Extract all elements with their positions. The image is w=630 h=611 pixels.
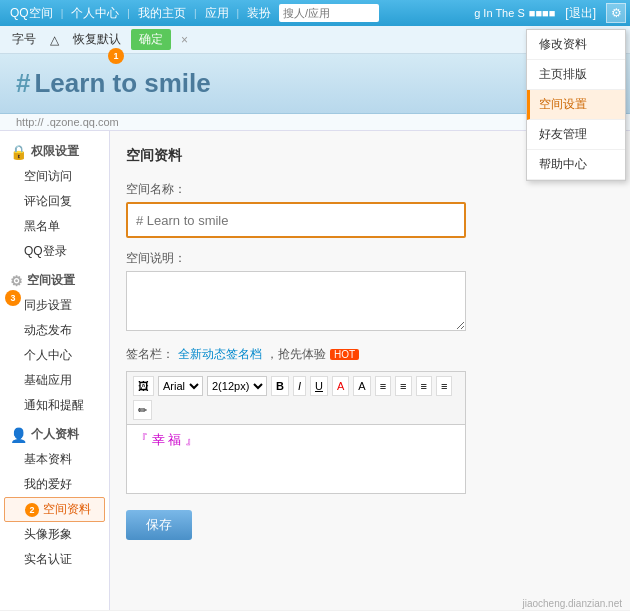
editor-body[interactable]: 『 幸 福 』	[126, 424, 466, 494]
space-name-label: 空间名称：	[126, 181, 614, 198]
dropdown-item-layout[interactable]: 主页排版	[527, 60, 625, 90]
space-name-input[interactable]	[126, 202, 466, 238]
tag-text: ，抢先体验	[266, 346, 326, 363]
gear-button[interactable]: ⚙	[606, 3, 626, 23]
nav-my-home[interactable]: 我的主页	[132, 3, 192, 24]
nav-qq-space[interactable]: QQ空间	[4, 3, 59, 24]
dropdown-item-friends[interactable]: 好友管理	[527, 120, 625, 150]
sidebar-item-dynamic-publish[interactable]: 动态发布	[0, 318, 109, 343]
triangle-btn[interactable]: △	[46, 31, 63, 49]
badge-3: 3	[5, 290, 21, 306]
badge-3-area: 3	[5, 290, 21, 306]
sidebar-section-profile: 👤 个人资料 基本资料 我的爱好 2空间资料 头像形象 实名认证	[0, 422, 109, 572]
lock-icon: 🔒	[10, 144, 27, 160]
font-size-btn[interactable]: 字号	[8, 29, 40, 50]
space-desc-label: 空间说明：	[126, 250, 614, 267]
editor-align-center-btn[interactable]: ≡	[395, 376, 411, 396]
space-desc-section: 空间说明：	[126, 250, 614, 334]
tag-row: 签名栏： 全新动态签名档 ，抢先体验 HOT	[126, 346, 614, 363]
editor-content: 『 幸 福 』	[135, 432, 198, 447]
editor-align-right-btn[interactable]: ≡	[416, 376, 432, 396]
hash-symbol: #	[16, 68, 30, 98]
sidebar-section-permissions: 🔒 权限设置 空间访问 评论回复 黑名单 QQ登录	[0, 139, 109, 264]
person-icon: 👤	[10, 427, 27, 443]
top-nav: QQ空间 | 个人中心 | 我的主页 | 应用 | 装扮 g In The S …	[0, 0, 630, 26]
dropdown-menu: 修改资料 主页排版 空间设置 好友管理 帮助中心	[526, 29, 626, 181]
main-layout: 🔒 权限设置 空间访问 评论回复 黑名单 QQ登录 ⚙ 空间设置 同步设置 动态…	[0, 131, 630, 610]
sidebar-item-blacklist[interactable]: 黑名单	[0, 214, 109, 239]
sidebar-section-title-profile: 👤 个人资料	[0, 422, 109, 447]
nav-apps[interactable]: 应用	[199, 3, 235, 24]
watermark: jiaocheng.dianzian.net	[522, 598, 622, 609]
sidebar-item-comment-reply[interactable]: 评论回复	[0, 189, 109, 214]
settings-icon: ⚙	[10, 273, 23, 289]
editor-bold-btn[interactable]: B	[271, 376, 289, 396]
editor-underline-btn[interactable]: U	[310, 376, 328, 396]
badge-1-area: 1	[108, 48, 124, 64]
dropdown-item-space-settings[interactable]: 空间设置	[527, 90, 625, 120]
confirm-button[interactable]: 确定	[131, 29, 171, 50]
nav-dress[interactable]: 装扮	[241, 3, 277, 24]
page-title: #Learn to smile	[16, 68, 211, 99]
dropdown-item-modify[interactable]: 修改资料	[527, 30, 625, 60]
editor-italic-btn[interactable]: I	[293, 376, 306, 396]
badge-1: 1	[108, 48, 124, 64]
restore-btn[interactable]: 恢复默认	[69, 29, 125, 50]
sidebar-item-basic-apps[interactable]: 基础应用	[0, 368, 109, 393]
sidebar-item-space-access[interactable]: 空间访问	[0, 164, 109, 189]
nav-right: g In The S ■■■■ [退出] ⚙ 修改资料 主页排版 空间设置 好友…	[474, 3, 626, 24]
space-name-section: 空间名称：	[126, 181, 614, 238]
sidebar-item-space-profile[interactable]: 2空间资料	[4, 497, 105, 522]
sidebar-item-hobbies[interactable]: 我的爱好	[0, 472, 109, 497]
close-button[interactable]: ×	[181, 33, 188, 47]
editor-bg-color-btn[interactable]: A	[353, 376, 370, 396]
content-area: 空间资料 空间名称： 空间说明： 签名栏： 全新动态签名档 ，抢先体验 HOT …	[110, 131, 630, 610]
sidebar-section-title-permissions: 🔒 权限设置	[0, 139, 109, 164]
nav-personal-center[interactable]: 个人中心	[65, 3, 125, 24]
editor-image-btn[interactable]: 🖼	[133, 376, 154, 396]
user-name-label: ■■■■	[529, 7, 556, 19]
editor-toolbar: 🖼 Arial 2(12px) B I U A A ≡ ≡ ≡ ≡ ✏	[126, 371, 466, 424]
search-input[interactable]	[279, 4, 379, 22]
save-button[interactable]: 保存	[126, 510, 192, 540]
logout-button[interactable]: [退出]	[559, 3, 602, 24]
sidebar-item-realname[interactable]: 实名认证	[0, 547, 109, 572]
editor-edit-btn[interactable]: ✏	[133, 400, 152, 420]
editor-align-left-btn[interactable]: ≡	[375, 376, 391, 396]
sidebar-item-notifications[interactable]: 通知和提醒	[0, 393, 109, 418]
editor-font-color-btn[interactable]: A	[332, 376, 349, 396]
sidebar-item-qq-login[interactable]: QQ登录	[0, 239, 109, 264]
editor-size-select[interactable]: 2(12px)	[207, 376, 267, 396]
tag-link[interactable]: 全新动态签名档	[178, 346, 262, 363]
sidebar-item-personal-center[interactable]: 个人中心	[0, 343, 109, 368]
sidebar-item-avatar[interactable]: 头像形象	[0, 522, 109, 547]
editor-align-justify-btn[interactable]: ≡	[436, 376, 452, 396]
sidebar: 🔒 权限设置 空间访问 评论回复 黑名单 QQ登录 ⚙ 空间设置 同步设置 动态…	[0, 131, 110, 610]
space-desc-input[interactable]	[126, 271, 466, 331]
tag-label: 签名栏：	[126, 346, 174, 363]
dropdown-item-help[interactable]: 帮助中心	[527, 150, 625, 180]
sidebar-item-basic-info[interactable]: 基本资料	[0, 447, 109, 472]
user-game-label: g In The S	[474, 7, 525, 19]
tag-hot-badge: HOT	[330, 349, 359, 360]
editor-font-select[interactable]: Arial	[158, 376, 203, 396]
